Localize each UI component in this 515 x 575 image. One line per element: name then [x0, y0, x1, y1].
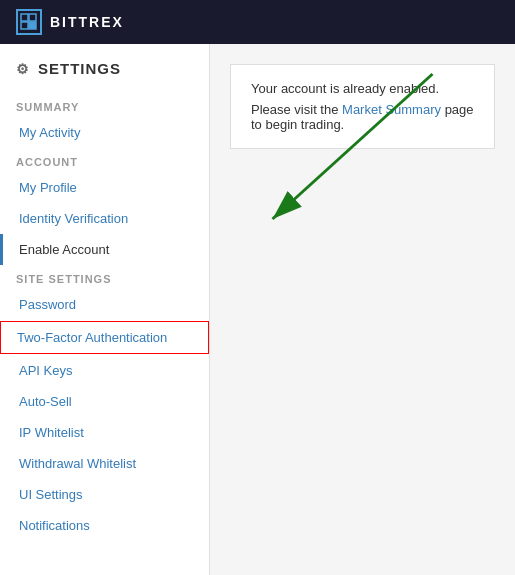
svg-rect-2: [21, 22, 28, 29]
layout: ⚙ SETTINGS SUMMARY My Activity ACCOUNT M…: [0, 44, 515, 575]
gear-icon: ⚙: [16, 61, 30, 77]
market-summary-text: Please visit the Market Summary page to …: [251, 102, 474, 132]
content-box: Your account is already enabled. Please …: [230, 64, 495, 149]
sidebar-item-my-activity[interactable]: My Activity: [0, 117, 209, 148]
svg-rect-3: [29, 22, 36, 29]
sidebar: ⚙ SETTINGS SUMMARY My Activity ACCOUNT M…: [0, 44, 210, 575]
sidebar-item-my-profile[interactable]: My Profile: [0, 172, 209, 203]
settings-header: ⚙ SETTINGS: [0, 60, 209, 93]
sidebar-item-api-keys[interactable]: API Keys: [0, 355, 209, 386]
link-text-before: Please visit the: [251, 102, 342, 117]
sidebar-item-identity-verification[interactable]: Identity Verification: [0, 203, 209, 234]
sidebar-item-enable-account[interactable]: Enable Account: [0, 234, 209, 265]
sidebar-item-ip-whitelist[interactable]: IP Whitelist: [0, 417, 209, 448]
topbar: BITTREX: [0, 0, 515, 44]
section-label-account: ACCOUNT: [0, 148, 209, 172]
svg-rect-0: [21, 14, 28, 21]
section-label-summary: SUMMARY: [0, 93, 209, 117]
settings-title: SETTINGS: [38, 60, 121, 77]
sidebar-item-password[interactable]: Password: [0, 289, 209, 320]
main-content: Your account is already enabled. Please …: [210, 44, 515, 575]
enabled-message: Your account is already enabled.: [251, 81, 474, 96]
sidebar-item-auto-sell[interactable]: Auto-Sell: [0, 386, 209, 417]
sidebar-item-withdrawal-whitelist[interactable]: Withdrawal Whitelist: [0, 448, 209, 479]
section-label-site-settings: SITE SETTINGS: [0, 265, 209, 289]
svg-rect-1: [29, 14, 36, 21]
market-summary-link[interactable]: Market Summary: [342, 102, 441, 117]
sidebar-item-ui-settings[interactable]: UI Settings: [0, 479, 209, 510]
logo-text: BITTREX: [50, 14, 124, 30]
sidebar-item-notifications[interactable]: Notifications: [0, 510, 209, 541]
sidebar-item-two-factor[interactable]: Two-Factor Authentication: [0, 321, 209, 354]
logo-icon: [16, 9, 42, 35]
